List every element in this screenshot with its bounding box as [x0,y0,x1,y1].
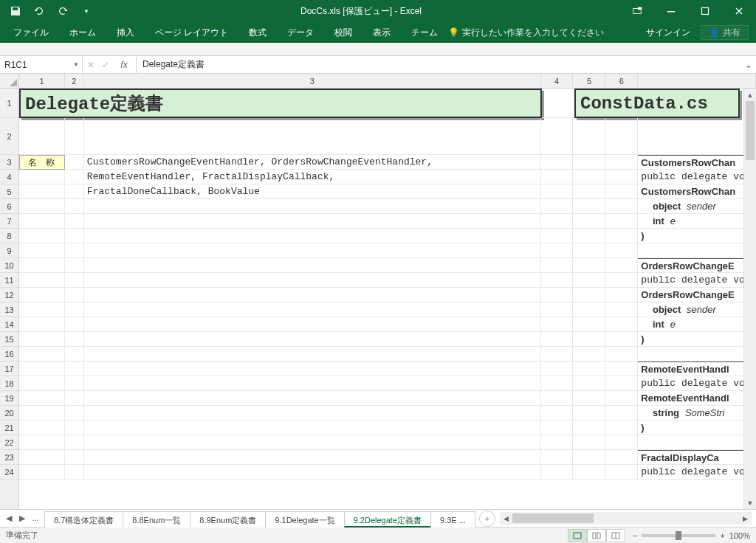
cell[interactable] [65,302,84,317]
col-header[interactable]: 5 [573,74,605,88]
cell[interactable] [573,421,605,435]
tab-review[interactable]: 校閲 [324,22,362,43]
cell[interactable] [541,465,574,480]
cell[interactable] [84,258,541,273]
chevron-down-icon[interactable]: ▼ [73,61,79,68]
cell[interactable]: OrdersRowChangeE [638,258,756,273]
row-header[interactable]: 21 [0,421,18,435]
tab-data[interactable]: データ [277,22,324,43]
col-header[interactable] [638,74,756,88]
view-normal-icon[interactable] [568,529,587,542]
cell[interactable] [84,273,541,288]
horizontal-scrollbar[interactable]: ◀ ▶ [500,512,752,525]
scroll-up-icon[interactable]: ▲ [744,89,756,101]
cell[interactable]: ) [638,421,756,435]
row-header[interactable]: 24 [0,465,18,480]
cell[interactable] [541,243,574,258]
view-page-break-icon[interactable] [606,529,625,542]
cell[interactable] [605,391,638,406]
cell-title-left[interactable]: Delegate定義書 [19,89,542,118]
col-header[interactable]: 4 [541,74,574,88]
cell[interactable] [19,184,65,199]
cell[interactable] [19,465,65,480]
cell[interactable] [65,362,84,376]
cell[interactable] [638,243,756,258]
cell[interactable] [605,288,638,302]
cell[interactable] [605,332,638,347]
fx-icon[interactable]: fx [117,60,131,70]
sheet-nav-next-icon[interactable]: ▶ [16,513,28,523]
scroll-left-icon[interactable]: ◀ [500,512,512,525]
cell[interactable] [84,302,541,317]
cell[interactable] [65,155,84,170]
cell[interactable] [84,332,541,347]
cell[interactable] [541,229,574,243]
cell[interactable] [84,362,541,376]
scroll-down-icon[interactable]: ▼ [744,497,756,509]
save-icon[interactable] [6,1,25,21]
cancel-icon[interactable]: ✕ [87,60,94,70]
sheet-tab[interactable]: 8.9Enum定義書 [190,511,266,528]
cell[interactable] [19,435,65,450]
view-page-layout-icon[interactable] [587,529,606,542]
cell[interactable] [84,288,541,302]
row-header[interactable]: 2 [0,118,18,155]
cell[interactable] [541,435,574,450]
maximize-icon[interactable] [688,0,722,22]
tab-team[interactable]: チーム [401,22,448,43]
cell[interactable] [84,421,541,435]
cell[interactable] [84,214,541,229]
cell[interactable] [65,435,84,450]
cell[interactable] [541,184,574,199]
col-header[interactable]: 2 [65,74,84,88]
row-header[interactable]: 7 [0,214,18,229]
zoom-out-button[interactable]: − [633,531,637,540]
redo-icon[interactable] [53,1,72,21]
cell[interactable] [573,199,605,214]
cell[interactable] [19,273,65,288]
row-header[interactable]: 15 [0,332,18,347]
scroll-right-icon[interactable]: ▶ [739,512,752,525]
cell[interactable] [605,317,638,332]
cell[interactable]: object sender [638,302,756,317]
cell[interactable] [19,302,65,317]
cell[interactable] [638,347,756,362]
scroll-thumb[interactable] [512,513,594,523]
cell[interactable] [541,302,574,317]
cell[interactable] [84,118,541,155]
cell[interactable] [65,170,84,184]
cell[interactable] [605,362,638,376]
cell[interactable] [605,214,638,229]
cell[interactable] [84,450,541,465]
cell[interactable] [573,214,605,229]
cell[interactable] [605,450,638,465]
col-header[interactable]: 1 [19,74,65,88]
cell[interactable] [19,376,65,391]
cell[interactable] [84,317,541,332]
cell[interactable] [84,391,541,406]
row-header[interactable]: 14 [0,317,18,332]
cell[interactable] [19,317,65,332]
cell[interactable] [541,273,574,288]
cell[interactable] [573,258,605,273]
cell[interactable] [65,258,84,273]
cell[interactable]: public delegate vo [638,170,756,184]
cell[interactable] [573,229,605,243]
cell[interactable] [65,214,84,229]
cell[interactable] [541,170,574,184]
cell[interactable] [605,421,638,435]
sheet-tab[interactable]: 8.7構造体定義書 [44,511,123,528]
row-header[interactable]: 18 [0,376,18,391]
cell[interactable]: CustomersRowChangeEventHandler, OrdersRo… [84,155,541,170]
cell[interactable] [605,302,638,317]
cell[interactable]: RemoteEventHandl [638,362,756,376]
cell[interactable] [638,435,756,450]
cell-label[interactable]: 名 称 [19,155,65,170]
cell[interactable] [605,118,638,155]
cell[interactable] [573,243,605,258]
cell[interactable] [19,347,65,362]
row-header[interactable]: 17 [0,362,18,376]
cell[interactable] [19,332,65,347]
cell[interactable]: public delegate vo [638,465,756,480]
ribbon-options-icon[interactable] [620,0,654,22]
